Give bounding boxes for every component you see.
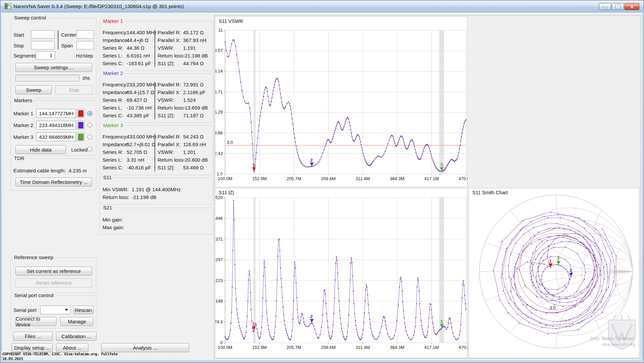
data-point: [421, 156, 422, 157]
x-tick-label: 311.4M: [355, 345, 370, 350]
data-point: [357, 332, 358, 333]
marker-1-frequency-input[interactable]: [36, 109, 76, 118]
data-point: [402, 291, 403, 292]
serial-port-combobox[interactable]: [40, 306, 71, 314]
data-point: [538, 254, 539, 255]
display-setup-button[interactable]: Display setup ...: [11, 343, 53, 352]
marker-1-color-swatch[interactable]: [77, 109, 84, 118]
rescan-button[interactable]: Rescan: [73, 306, 93, 314]
data-point: [544, 216, 544, 217]
tdr-button[interactable]: Time Domain Reflectometry ...: [15, 177, 92, 187]
titlebar[interactable]: NanoVNA Saver 0.3.4 (Sweep: E:/file/DP23…: [1, 1, 643, 12]
data-point: [270, 104, 271, 105]
data-point: [340, 318, 341, 319]
data-point: [571, 276, 571, 277]
minimize-button[interactable]: [599, 3, 611, 10]
data-point: [364, 158, 365, 159]
maximize-button[interactable]: [612, 3, 624, 10]
files-button[interactable]: Files ...: [13, 332, 53, 341]
tdr-group: TDR Estimated cable length: 4.235 m Time…: [10, 158, 96, 191]
data-point: [538, 287, 539, 287]
stop-button[interactable]: Stop: [55, 85, 93, 94]
manage-button[interactable]: Manage: [60, 317, 93, 326]
data-point: [374, 159, 375, 160]
close-button[interactable]: ✕: [625, 3, 639, 10]
data-point: [533, 275, 534, 276]
data-point: [542, 327, 543, 328]
data-point: [458, 338, 459, 339]
connect-button[interactable]: Connect to device: [15, 317, 56, 326]
marker-2-radio[interactable]: [87, 123, 92, 128]
data-point: [578, 217, 579, 218]
data-point: [518, 297, 519, 298]
data-point: [523, 304, 523, 305]
marker-3-right-field-0-value: 54.243 Ω: [183, 134, 204, 139]
sweep-divider: [58, 30, 58, 49]
data-point: [267, 320, 268, 321]
data-point: [225, 41, 226, 42]
marker-2-triangle[interactable]: [569, 273, 573, 276]
data-point: [590, 245, 591, 246]
reset-reference-button[interactable]: Reset reference: [15, 278, 92, 287]
locked-radio[interactable]: [87, 147, 92, 152]
data-point: [401, 281, 402, 282]
data-point: [260, 337, 261, 338]
about-button[interactable]: About ...: [56, 343, 88, 352]
reference-sweep-title: Reference sweep: [13, 254, 55, 260]
data-point: [348, 119, 349, 120]
span-input[interactable]: [77, 41, 94, 49]
vswr-reference-label: 3.0: [227, 140, 233, 145]
data-point: [378, 336, 379, 337]
data-point: [506, 251, 506, 252]
set-reference-button[interactable]: Set current as reference: [15, 267, 92, 276]
markers-group: Markers Marker 1Marker 2Marker 3 Hide da…: [10, 100, 96, 156]
marker-3-color-swatch[interactable]: [77, 132, 84, 141]
marker-3-radio[interactable]: [87, 134, 92, 139]
data-point: [531, 264, 532, 264]
data-point: [464, 123, 465, 124]
data-point: [277, 79, 278, 80]
data-point: [266, 300, 267, 301]
hide-data-button[interactable]: Hide data: [15, 145, 66, 154]
data-point: [227, 339, 228, 340]
data-point: [303, 318, 304, 319]
window-border-right: [642, 12, 643, 362]
data-point: [466, 309, 467, 310]
marker-3-frequency-input[interactable]: [36, 132, 76, 141]
data-point: [533, 285, 534, 286]
data-point: [405, 330, 406, 331]
data-point: [246, 103, 247, 104]
data-point: [256, 152, 257, 153]
center-input[interactable]: [77, 30, 94, 39]
data-point: [531, 276, 532, 277]
data-point: [448, 318, 449, 319]
segments-input[interactable]: [36, 51, 55, 59]
marker-2-triangle[interactable]: [310, 163, 314, 166]
data-point: [543, 271, 544, 272]
marker-2-left-field-3-label: Series L:: [102, 105, 122, 111]
data-point: [512, 240, 512, 240]
data-point: [559, 227, 560, 228]
data-point: [431, 310, 432, 311]
data-point: [268, 329, 269, 330]
data-point: [279, 239, 280, 240]
data-point: [273, 336, 274, 337]
marker-1-radio[interactable]: [87, 111, 92, 116]
sweep-settings-button[interactable]: Sweep settings ...: [15, 63, 92, 72]
data-point: [291, 113, 292, 114]
data-point: [247, 316, 248, 317]
analysis-button[interactable]: Analysis ...: [101, 343, 189, 352]
stop-input[interactable]: [31, 41, 54, 49]
marker-2-color-swatch[interactable]: [77, 121, 84, 129]
calibration-button[interactable]: Calibration ...: [56, 332, 96, 341]
start-input[interactable]: [31, 30, 54, 39]
marker-3-left-field-0-label: Frequency:: [102, 134, 128, 139]
data-point: [230, 323, 231, 324]
data-point: [365, 289, 366, 290]
data-point: [335, 263, 336, 264]
sweep-button[interactable]: Sweep: [15, 85, 52, 94]
marker-3-info-group: Marker 3Frequency:433.000 MHzParallel R:…: [99, 125, 213, 175]
data-point: [325, 146, 326, 147]
marker-2-frequency-input[interactable]: [36, 121, 76, 129]
data-point: [269, 332, 270, 333]
